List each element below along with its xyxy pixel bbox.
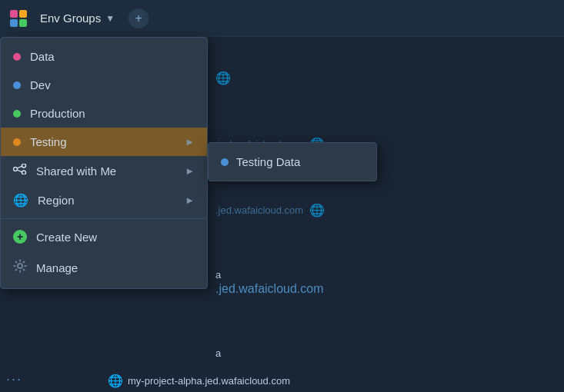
dot-testing-data — [221, 158, 229, 166]
url-text-2: .jed.wafaicloud.com — [215, 204, 303, 216]
env-groups-button[interactable]: Env Groups ▼ — [35, 8, 119, 28]
logo-dot-4 — [19, 19, 27, 27]
bottom-url-bar: 🌐 my-project-alpha.jed.wafaicloud.com — [108, 374, 549, 388]
menu-label-create: Create New — [36, 231, 97, 244]
dot-data — [13, 53, 21, 61]
menu-item-shared[interactable]: Shared with Me ► — [1, 156, 207, 185]
url-text-3: .jed.wafaicloud.com — [215, 282, 556, 296]
globe-icon-1: 🌐 — [215, 71, 231, 85]
menu-item-manage[interactable]: Manage — [1, 251, 207, 284]
bg-label-a: a — [215, 269, 556, 281]
menu-divider — [1, 218, 207, 219]
svg-point-1 — [22, 164, 26, 168]
gear-icon — [13, 259, 27, 276]
svg-point-2 — [22, 171, 26, 174]
globe-menu-icon: 🌐 — [13, 193, 28, 208]
logo-dot-1 — [10, 10, 18, 18]
env-groups-label: Env Groups — [40, 12, 101, 25]
add-button[interactable]: + — [128, 8, 149, 28]
menu-label-shared: Shared with Me — [36, 164, 116, 178]
dropdown-menu: Data Dev Production Testing ► Shared wit… — [0, 37, 208, 289]
dot-dev — [13, 81, 21, 89]
dot-testing — [13, 138, 21, 146]
dot-production — [13, 110, 21, 118]
menu-label-manage: Manage — [36, 261, 78, 274]
bottom-url-prefix: my-project-alpha — [128, 375, 202, 387]
top-bar: Env Groups ▼ + — [0, 0, 564, 37]
bottom-dots: ... — [6, 368, 22, 384]
submenu-label-testing-data: Testing Data — [236, 155, 300, 168]
bg-block-4: a .jed.wafaicloud.com — [215, 269, 556, 296]
app-logo — [8, 8, 29, 29]
bottom-url-suffix: .jed.wafaicloud.com — [202, 375, 290, 387]
globe-icon-3: 🌐 — [309, 203, 325, 218]
svg-line-3 — [17, 166, 22, 168]
menu-item-dev[interactable]: Dev — [1, 71, 207, 99]
bottom-url-text: my-project-alpha.jed.wafaicloud.com — [128, 375, 290, 387]
menu-item-testing[interactable]: Testing ► — [1, 128, 207, 156]
create-icon: + — [13, 230, 27, 244]
menu-item-data[interactable]: Data — [1, 42, 207, 71]
share-icon — [13, 164, 27, 178]
bg-row-3: .jed.wafaicloud.com 🌐 — [215, 203, 556, 218]
arrow-testing-icon: ► — [185, 136, 195, 148]
chevron-down-icon: ▼ — [105, 13, 115, 24]
bg-row-1: 🌐 — [215, 71, 556, 85]
logo-dot-3 — [10, 19, 18, 27]
menu-label-region: Region — [38, 194, 75, 207]
menu-item-region[interactable]: 🌐 Region ► — [1, 185, 207, 215]
arrow-region-icon: ► — [185, 194, 195, 206]
bg-block-5: a — [215, 347, 556, 359]
menu-item-create[interactable]: + Create New — [1, 222, 207, 251]
svg-point-0 — [14, 168, 18, 171]
menu-label-production: Production — [30, 107, 85, 120]
submenu-item-testing-data[interactable]: Testing Data — [209, 148, 376, 176]
submenu-testing: Testing Data — [208, 142, 377, 181]
bg-label-b: a — [215, 347, 556, 359]
svg-point-5 — [18, 264, 22, 268]
menu-label-testing: Testing — [30, 135, 67, 148]
menu-label-dev: Dev — [30, 78, 51, 91]
menu-label-data: Data — [30, 50, 55, 63]
globe-icon-bottom: 🌐 — [108, 374, 123, 388]
arrow-shared-icon: ► — [185, 165, 195, 177]
logo-dot-2 — [19, 10, 27, 18]
svg-line-4 — [17, 170, 22, 172]
menu-item-production[interactable]: Production — [1, 99, 207, 128]
